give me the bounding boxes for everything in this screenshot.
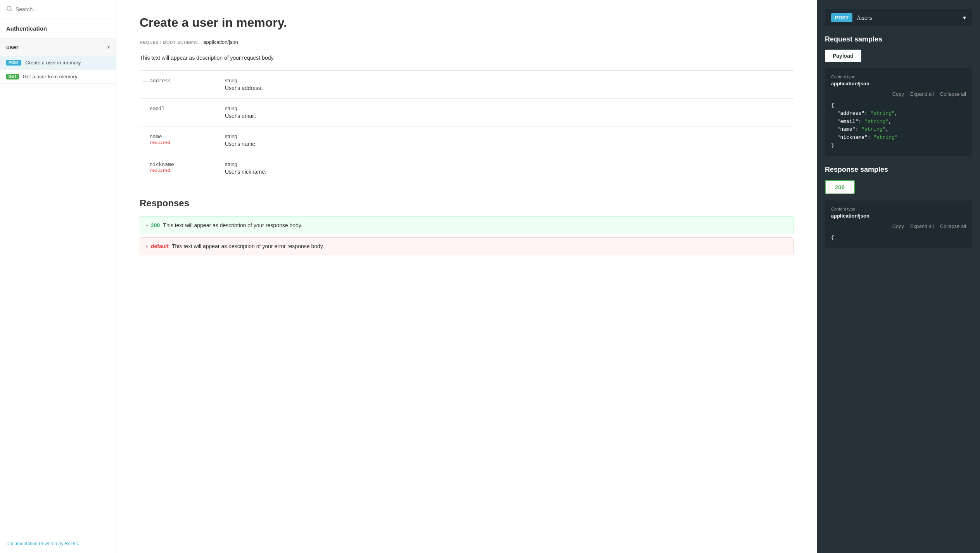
request-code-header: Content type application/json: [831, 74, 966, 86]
sidebar-group-title: user: [6, 44, 19, 50]
response-chevron-icon: ›: [146, 244, 148, 249]
response-item-200[interactable]: › 200 This text will appear as descripti…: [140, 216, 794, 234]
request-samples-section: Request samples Payload Content type app…: [825, 35, 972, 156]
search-icon: [6, 5, 12, 13]
response-desc: This text will appear as description of …: [172, 243, 324, 249]
method-label: POST: [831, 13, 852, 22]
field-name: nickname: [150, 161, 174, 167]
field-type: string: [225, 133, 794, 139]
sidebar-items-list: POST Create a user in memory. GET Get a …: [0, 56, 116, 84]
endpoint-chevron-icon: ▾: [963, 14, 966, 21]
field-indicator-icon: —: [143, 78, 147, 84]
field-name: email: [150, 105, 165, 111]
response-collapse-all-button[interactable]: Collapse all: [940, 223, 966, 229]
field-name-col: — name required: [140, 133, 217, 147]
response-code: 200: [151, 222, 160, 228]
response-code: default: [151, 243, 169, 249]
response-chevron-icon: ›: [146, 223, 148, 228]
endpoint-bar: POST /users ▾: [825, 9, 972, 26]
request-code-actions: Copy Expand all Collapse all: [831, 91, 966, 97]
schema-header: REQUEST BODY SCHEMA: application/json: [140, 39, 794, 50]
redoc-link[interactable]: Documentation Powered by ReDoc: [6, 541, 79, 546]
request-samples-title: Request samples: [825, 35, 972, 43]
response-content-type-label: Content type: [831, 207, 966, 211]
field-name-col: — email: [140, 105, 217, 119]
request-code-content: { "address": "string", "email": "string"…: [831, 102, 966, 150]
field-type: string: [225, 105, 794, 111]
field-desc: User's address.: [225, 85, 794, 91]
field-indicator-icon: —: [143, 133, 147, 140]
chevron-down-icon: ▾: [107, 45, 110, 50]
field-required-label: required: [150, 140, 170, 145]
field-name-col: — address: [140, 78, 217, 91]
response-code-block: Content type application/json Copy Expan…: [825, 200, 972, 248]
field-required-label: required: [150, 168, 174, 173]
sidebar-item-create-user[interactable]: POST Create a user in memory.: [0, 56, 116, 70]
field-name-wrapper: address: [150, 78, 171, 83]
request-expand-all-button[interactable]: Expand all: [910, 91, 934, 97]
search-bar[interactable]: [0, 0, 116, 19]
field-details: string User's name.: [225, 133, 794, 147]
field-desc: User's email.: [225, 113, 794, 119]
field-desc: User's nickname.: [225, 169, 794, 175]
field-name-wrapper: nickname required: [150, 161, 174, 173]
sidebar-user-group: user ▾ POST Create a user in memory. GET…: [0, 38, 116, 84]
field-type: string: [225, 161, 794, 167]
field-name: address: [150, 78, 171, 83]
right-panel: POST /users ▾ Request samples Payload Co…: [817, 0, 980, 553]
response-200-button[interactable]: 200: [825, 180, 855, 194]
main-content: Create a user in memory. REQUEST BODY SC…: [116, 0, 817, 553]
response-code-header: Content type application/json: [831, 207, 966, 219]
response-copy-button[interactable]: Copy: [892, 223, 904, 229]
field-details: string User's nickname.: [225, 161, 794, 175]
field-indicator-icon: —: [143, 161, 147, 168]
field-name: name: [150, 133, 170, 139]
response-expand-all-button[interactable]: Expand all: [910, 223, 934, 229]
response-samples-section: Response samples 200 Content type applic…: [825, 166, 972, 248]
request-content-type-label: Content type: [831, 74, 966, 79]
sidebar-item-get-user[interactable]: GET Get a user from memory.: [0, 70, 116, 84]
schema-fields: — address string User's address. — email…: [140, 70, 794, 182]
field-type: string: [225, 78, 794, 83]
field-name-wrapper: name required: [150, 133, 170, 145]
schema-label: REQUEST BODY SCHEMA:: [140, 40, 199, 45]
schema-value: application/json: [203, 39, 238, 45]
field-indicator-icon: —: [143, 105, 147, 112]
field-desc: User's name.: [225, 141, 794, 147]
request-copy-button[interactable]: Copy: [892, 91, 904, 97]
response-code-actions: Copy Expand all Collapse all: [831, 223, 966, 229]
search-input[interactable]: [16, 6, 110, 12]
payload-button[interactable]: Payload: [825, 50, 861, 62]
page-title: Create a user in memory.: [140, 16, 794, 30]
schema-field: — nickname required string User's nickna…: [140, 154, 794, 182]
schema-field: — address string User's address.: [140, 71, 794, 99]
sidebar-auth-section: Authentication: [0, 19, 116, 38]
field-details: string User's email.: [225, 105, 794, 119]
schema-field: — name required string User's name.: [140, 126, 794, 154]
sidebar-item-label-create-user: Create a user in memory.: [25, 60, 82, 66]
request-content-type-value: application/json: [831, 81, 966, 86]
svg-line-1: [10, 10, 12, 11]
response-desc: This text will appear as description of …: [163, 222, 302, 228]
sidebar-group-header[interactable]: user ▾: [0, 38, 116, 56]
sidebar-item-label-get-user: Get a user from memory.: [23, 74, 79, 79]
sidebar: Authentication user ▾ POST Create a user…: [0, 0, 116, 553]
response-item-default[interactable]: › default This text will appear as descr…: [140, 237, 794, 255]
field-name-wrapper: email: [150, 105, 165, 111]
field-name-col: — nickname required: [140, 161, 217, 175]
sidebar-footer: Documentation Powered by ReDoc: [0, 534, 116, 553]
request-collapse-all-button[interactable]: Collapse all: [940, 91, 966, 97]
schema-description: This text will appear as description of …: [140, 55, 794, 61]
method-badge-post: POST: [6, 60, 21, 66]
schema-field: — email string User's email.: [140, 99, 794, 126]
responses-container: › 200 This text will appear as descripti…: [140, 216, 794, 255]
field-details: string User's address.: [225, 78, 794, 91]
request-code-block: Content type application/json Copy Expan…: [825, 68, 972, 156]
response-samples-title: Response samples: [825, 166, 972, 174]
response-code-content: {: [831, 234, 966, 242]
endpoint-path: /users: [857, 15, 958, 21]
method-badge-get: GET: [6, 74, 19, 79]
response-content-type-value: application/json: [831, 213, 966, 219]
responses-title: Responses: [140, 198, 794, 209]
